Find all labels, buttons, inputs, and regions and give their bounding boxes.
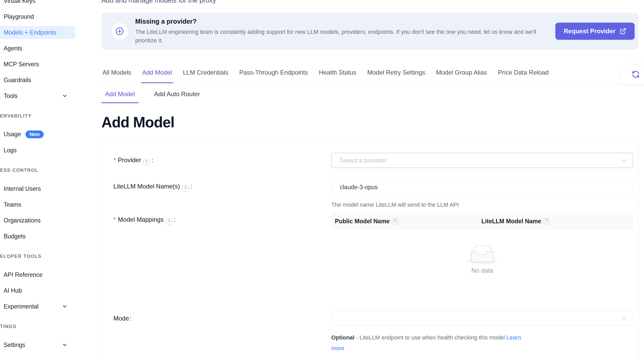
sidebar-item-label: Logs bbox=[4, 147, 17, 154]
sidebar-item-label: Playground bbox=[4, 13, 34, 20]
sidebar-item-internal-users[interactable]: Internal Users bbox=[2, 182, 75, 195]
provider-select[interactable]: Select a provider bbox=[331, 153, 633, 168]
sidebar-section-observability: ERVABILITY bbox=[0, 113, 78, 120]
sidebar-item-teams[interactable]: Teams bbox=[2, 198, 75, 211]
request-provider-label: Request Provider bbox=[564, 28, 615, 35]
mode-helper-text: - LiteLLM endpoint to use when health ch… bbox=[354, 334, 506, 341]
model-mappings-label: *Model Mappings?: bbox=[113, 212, 331, 288]
sidebar-item-mcp-servers[interactable]: MCP Servers bbox=[2, 58, 75, 71]
sidebar-item-guardrails[interactable]: Guardrails bbox=[2, 74, 75, 87]
sidebar-item-ai-hub[interactable]: AI Hub bbox=[2, 284, 75, 297]
sidebar-item-agents[interactable]: Agents bbox=[2, 42, 75, 55]
empty-state: No data bbox=[331, 230, 633, 288]
tab-add-model[interactable]: Add Model bbox=[141, 69, 173, 83]
inbox-icon bbox=[467, 245, 497, 264]
sidebar-item-label: MCP Servers bbox=[4, 61, 39, 68]
chevron-down-icon bbox=[62, 304, 68, 309]
sidebar-item-budgets[interactable]: Budgets bbox=[2, 230, 75, 243]
sidebar-item-label: Experimental bbox=[4, 303, 38, 310]
tab-price-data-reload[interactable]: Price Data Reload bbox=[497, 69, 550, 83]
banner-text: Missing a provider? The LiteLLM engineer… bbox=[135, 18, 549, 45]
question-circle-icon[interactable]: ? bbox=[143, 159, 150, 166]
chevron-down-icon bbox=[621, 157, 627, 164]
sidebar-item-label: Settings bbox=[4, 342, 25, 349]
sidebar-section-access-control: ESS CONTROL bbox=[0, 168, 78, 174]
banner-description: The LiteLLM engineering team is constant… bbox=[135, 28, 549, 45]
request-provider-button[interactable]: Request Provider bbox=[555, 23, 635, 40]
mode-label: Mode: bbox=[113, 311, 331, 354]
tab-pass-through-endpoints[interactable]: Pass-Through Endpoints bbox=[238, 69, 309, 83]
sidebar-item-playground[interactable]: Playground bbox=[2, 10, 75, 23]
subtab-add-model[interactable]: Add Model bbox=[101, 90, 139, 103]
no-data-text: No data bbox=[331, 267, 633, 274]
add-model-form-card: *Provider?: Select a provider LiteLLM Mo… bbox=[101, 141, 638, 360]
subtab-bar: Add Model Add Auto Router bbox=[101, 90, 638, 103]
tab-all-models[interactable]: All Models bbox=[101, 69, 132, 83]
chevron-down-icon bbox=[621, 315, 627, 322]
column-public-model-name: Public Model Name? bbox=[331, 218, 478, 225]
required-asterisk: * bbox=[113, 156, 116, 163]
model-name-row: LiteLLM Model Name(s)?: The model name L… bbox=[113, 179, 633, 208]
sidebar-item-label: Teams bbox=[4, 201, 21, 208]
sidebar-item-label: Internal Users bbox=[4, 185, 41, 192]
sidebar-item-api-reference[interactable]: API Reference bbox=[2, 268, 75, 281]
sidebar-item-models-endpoints[interactable]: Models + Endpoints bbox=[0, 26, 75, 39]
provider-row: *Provider?: Select a provider bbox=[113, 153, 633, 168]
main-content: Add and manage models for the proxy Miss… bbox=[78, 0, 644, 360]
sidebar-item-label: Models + Endpoints bbox=[4, 29, 56, 36]
question-circle-icon[interactable]: ? bbox=[182, 185, 189, 192]
model-mappings-row: *Model Mappings?: Public Model Name? Lit… bbox=[113, 212, 633, 288]
banner-title: Missing a provider? bbox=[135, 18, 549, 25]
sidebar-item-usage[interactable]: Usage New bbox=[2, 128, 75, 141]
sidebar-item-label: Guardrails bbox=[4, 77, 31, 84]
sidebar-item-logs[interactable]: Logs bbox=[2, 144, 75, 157]
subtab-add-auto-router[interactable]: Add Auto Router bbox=[151, 90, 204, 103]
sidebar-item-organizations[interactable]: Organizations bbox=[2, 214, 75, 227]
required-asterisk: * bbox=[113, 216, 116, 223]
chevron-down-icon bbox=[62, 93, 68, 99]
tab-bar: All Models Add Model LLM Credentials Pas… bbox=[101, 69, 644, 83]
sidebar-item-label: Tools bbox=[4, 93, 18, 100]
mappings-table-header: Public Model Name? LiteLLM Model Name? bbox=[331, 212, 633, 230]
model-name-helper: The model name LiteLLM will send to the … bbox=[331, 201, 633, 208]
sidebar-item-label: Budgets bbox=[4, 233, 25, 240]
mode-helper: Optional - LiteLLM endpoint to use when … bbox=[331, 332, 526, 354]
sidebar-item-virtual-keys[interactable]: Virtual Keys bbox=[2, 0, 75, 7]
sidebar-item-label: Virtual Keys bbox=[4, 0, 35, 4]
new-badge: New bbox=[25, 130, 43, 139]
sidebar-section-developer-tools: ELOPER TOOLS bbox=[0, 254, 78, 260]
tab-health-status[interactable]: Health Status bbox=[318, 69, 357, 83]
tab-model-retry-settings[interactable]: Model Retry Settings bbox=[366, 69, 426, 83]
sidebar-item-experimental[interactable]: Experimental bbox=[2, 300, 75, 313]
tab-llm-credentials[interactable]: LLM Credentials bbox=[182, 69, 229, 83]
sidebar-section-settings: TINGS bbox=[0, 324, 78, 330]
litellm-model-name-input[interactable] bbox=[331, 179, 633, 195]
model-mappings-table: Public Model Name? LiteLLM Model Name? bbox=[331, 212, 633, 288]
question-circle-icon[interactable]: ? bbox=[543, 218, 550, 225]
sidebar-item-label: API Reference bbox=[4, 271, 43, 278]
circle-plus-icon bbox=[111, 23, 128, 40]
mode-row: Mode: Optional - LiteLLM endpoint to use… bbox=[113, 311, 633, 354]
question-circle-icon[interactable]: ? bbox=[392, 218, 398, 225]
page-title: Add Model bbox=[101, 114, 638, 131]
tab-model-group-alias[interactable]: Model Group Alias bbox=[435, 69, 488, 83]
sidebar-item-label: Organizations bbox=[4, 217, 41, 224]
provider-placeholder: Select a provider bbox=[340, 157, 387, 164]
litellm-admin-app: Virtual Keys Playground Models + Endpoin… bbox=[0, 0, 644, 360]
provider-control: Select a provider bbox=[331, 153, 633, 168]
model-name-control: The model name LiteLLM will send to the … bbox=[331, 179, 633, 208]
sidebar-item-label: Usage bbox=[4, 131, 21, 138]
page-subtitle: Add and manage models for the proxy bbox=[101, 0, 638, 4]
column-litellm-model-name: LiteLLM Model Name? bbox=[478, 218, 633, 225]
question-circle-icon[interactable]: ? bbox=[166, 218, 172, 225]
missing-provider-banner: Missing a provider? The LiteLLM engineer… bbox=[101, 13, 638, 50]
refresh-button[interactable] bbox=[621, 64, 644, 84]
chevron-down-icon bbox=[62, 342, 68, 348]
mode-select[interactable] bbox=[331, 311, 633, 326]
refresh-icon bbox=[631, 70, 640, 79]
mode-control: Optional - LiteLLM endpoint to use when … bbox=[331, 311, 633, 354]
mode-helper-bold: Optional bbox=[331, 334, 354, 341]
sidebar-item-tools[interactable]: Tools bbox=[2, 89, 75, 102]
external-link-icon bbox=[620, 28, 626, 35]
sidebar-item-settings[interactable]: Settings bbox=[2, 338, 75, 351]
